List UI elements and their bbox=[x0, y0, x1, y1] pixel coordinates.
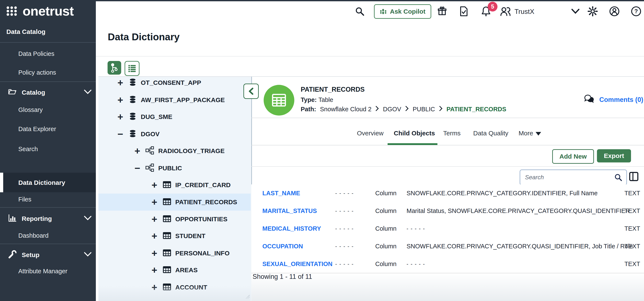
expand-icon[interactable]: + bbox=[150, 249, 159, 257]
expand-icon[interactable]: + bbox=[150, 232, 159, 240]
entity-table-icon bbox=[264, 85, 294, 116]
collapse-panel-button[interactable] bbox=[244, 84, 259, 99]
comments-link[interactable]: Comments (0) bbox=[584, 94, 643, 105]
table-search-input[interactable] bbox=[520, 174, 614, 181]
resize-grip[interactable] bbox=[244, 294, 250, 300]
sidebar-item-files[interactable]: Files bbox=[18, 196, 31, 203]
expand-icon[interactable]: + bbox=[133, 147, 142, 155]
tab-child-objects[interactable]: Child Objects bbox=[394, 130, 435, 137]
expand-icon[interactable]: + bbox=[150, 283, 159, 292]
svg-text:?: ? bbox=[634, 8, 638, 15]
expand-icon[interactable]: + bbox=[116, 79, 124, 87]
tree-item-dug-sme[interactable]: + DUG_SME bbox=[116, 108, 172, 125]
breadcrumb-segment[interactable]: PUBLIC bbox=[413, 106, 435, 113]
column-name-link[interactable]: MEDICAL_HISTORY bbox=[262, 220, 321, 237]
sidebar-item-dashboard[interactable]: Dashboard bbox=[18, 232, 48, 239]
sidebar-item-attribute-manager[interactable]: Attribute Manager bbox=[18, 268, 68, 275]
type-value: Table bbox=[318, 96, 333, 103]
tab-more[interactable]: More bbox=[518, 130, 541, 137]
sidebar-group-setup[interactable]: Setup bbox=[8, 249, 40, 260]
tree-item-dgov[interactable]: − DGOV bbox=[116, 126, 160, 143]
data-catalog-app: onetrust Data Catalog Data Policies Poli… bbox=[0, 0, 644, 301]
tab-terms[interactable]: Terms bbox=[443, 130, 461, 137]
list-view-toggle[interactable] bbox=[124, 61, 140, 76]
sidebar-item-data-dictionary[interactable]: Data Dictionary bbox=[18, 179, 65, 186]
column-name-link[interactable]: SEXUAL_ORIENTATION bbox=[262, 255, 332, 273]
settings-gear-icon[interactable] bbox=[587, 6, 598, 17]
column-name-link[interactable]: LAST_NAME bbox=[262, 184, 300, 202]
cell-refs: - - - - - bbox=[335, 184, 354, 202]
collapse-icon[interactable]: − bbox=[116, 130, 124, 138]
tree-item-aw-first-app-package[interactable]: + AW_FIRST_APP_PACKAGE bbox=[116, 92, 225, 109]
sidebar-item-glossary[interactable]: Glossary bbox=[18, 106, 42, 113]
expand-icon[interactable]: + bbox=[150, 266, 159, 274]
table-row[interactable]: OCCUPATION - - - - - Column SNOWFLAKE.CO… bbox=[251, 237, 644, 256]
table-row[interactable]: MEDICAL_HISTORY - - - - - Column - - - -… bbox=[251, 220, 644, 238]
add-new-button[interactable]: Add New bbox=[552, 149, 594, 164]
expand-icon[interactable]: + bbox=[116, 96, 124, 104]
export-button[interactable]: Export bbox=[597, 149, 631, 162]
expand-icon[interactable]: + bbox=[150, 181, 159, 189]
gift-icon[interactable] bbox=[437, 6, 447, 17]
tree-item-ip-credit-card[interactable]: + IP_CREDIT_CARD bbox=[150, 176, 231, 194]
tree-item-areas[interactable]: + AREAS bbox=[150, 261, 198, 279]
sidebar-item-policy-actions[interactable]: Policy actions bbox=[18, 69, 56, 76]
delegates-people-icon[interactable] bbox=[500, 6, 511, 17]
sidebar-group-reporting[interactable]: Reporting bbox=[8, 213, 52, 224]
sidebar-item-search[interactable]: Search bbox=[18, 146, 38, 153]
table-row[interactable]: LAST_NAME - - - - - Column SNOWFLAKE.COR… bbox=[251, 184, 644, 202]
document-check-icon[interactable] bbox=[459, 6, 468, 17]
chevron-down-icon[interactable] bbox=[84, 251, 92, 258]
divider bbox=[251, 118, 644, 118]
app-grid-icon[interactable] bbox=[6, 5, 18, 18]
table-icon bbox=[162, 180, 172, 190]
breadcrumb-segment[interactable]: Snowflake Cloud 2 bbox=[320, 106, 372, 113]
table-row[interactable]: MARITAL_STATUS - - - - - Column Marital … bbox=[251, 202, 644, 220]
table-icon bbox=[162, 283, 172, 292]
comments-icon bbox=[584, 94, 595, 105]
copilot-icon bbox=[380, 7, 387, 16]
sidebar-item-data-policies[interactable]: Data Policies bbox=[18, 50, 54, 57]
tree-item-account[interactable]: + ACCOUNT bbox=[150, 279, 207, 296]
expand-icon[interactable]: + bbox=[116, 113, 124, 121]
expand-icon[interactable]: + bbox=[150, 215, 159, 223]
table-icon bbox=[162, 197, 172, 207]
tree-view-toggle[interactable] bbox=[108, 61, 121, 75]
cell-description: Marital Status, SNOWFLAKE.CORE.PRIVACY_C… bbox=[406, 202, 630, 220]
divider bbox=[0, 244, 96, 244]
cell-description: - - - - - bbox=[406, 255, 425, 273]
database-icon bbox=[128, 95, 137, 105]
sidebar-group-catalog[interactable]: Catalog bbox=[8, 87, 45, 98]
chevron-down-icon[interactable] bbox=[571, 8, 580, 15]
ask-copilot-label: Ask Copilot bbox=[390, 8, 426, 15]
breadcrumb-segment[interactable]: DGOV bbox=[383, 106, 401, 113]
column-name-link[interactable]: OCCUPATION bbox=[262, 237, 303, 255]
chevron-down-icon[interactable] bbox=[84, 215, 92, 222]
global-search-icon[interactable] bbox=[355, 7, 364, 16]
tab-data-quality[interactable]: Data Quality bbox=[473, 130, 508, 137]
sidebar-item-data-explorer[interactable]: Data Explorer bbox=[18, 126, 56, 133]
tree-item-radiology-triage[interactable]: + RADIOLOGY_TRIAGE bbox=[133, 142, 225, 159]
search-icon[interactable] bbox=[614, 173, 626, 182]
tree-item-ot-consent-app[interactable]: + OT_CONSENT_APP bbox=[116, 74, 201, 91]
tenant-name[interactable]: TrustX bbox=[514, 8, 534, 16]
tree-item-student[interactable]: + STUDENT bbox=[150, 227, 206, 244]
tree-item-personal-info[interactable]: + PERSONAL_INFO bbox=[150, 245, 230, 262]
tree-item-public[interactable]: − PUBLIC bbox=[133, 160, 182, 177]
account-icon[interactable] bbox=[609, 6, 620, 17]
breadcrumb-current: PATIENT_RECORDS bbox=[446, 106, 506, 113]
wrench-icon bbox=[8, 249, 17, 260]
tree-item-opportunities[interactable]: + OPPORTUNITIES bbox=[150, 211, 228, 228]
collapse-icon[interactable]: − bbox=[133, 164, 142, 172]
help-icon[interactable]: ? bbox=[631, 6, 642, 17]
column-name-link[interactable]: MARITAL_STATUS bbox=[262, 202, 317, 220]
table-row[interactable]: SEXUAL_ORIENTATION - - - - - Column - - … bbox=[251, 255, 644, 273]
table-pagination-status: Showing 1 - 11 of 11 bbox=[252, 273, 312, 280]
tree-item-patient-records[interactable]: + PATIENT_RECORDS bbox=[150, 194, 237, 211]
column-settings-icon[interactable] bbox=[629, 171, 639, 182]
ask-copilot-button[interactable]: Ask Copilot bbox=[374, 4, 431, 19]
tab-overview[interactable]: Overview bbox=[357, 130, 384, 137]
brand[interactable]: onetrust bbox=[6, 4, 74, 19]
expand-icon[interactable]: + bbox=[150, 198, 159, 206]
chevron-down-icon[interactable] bbox=[84, 89, 92, 96]
